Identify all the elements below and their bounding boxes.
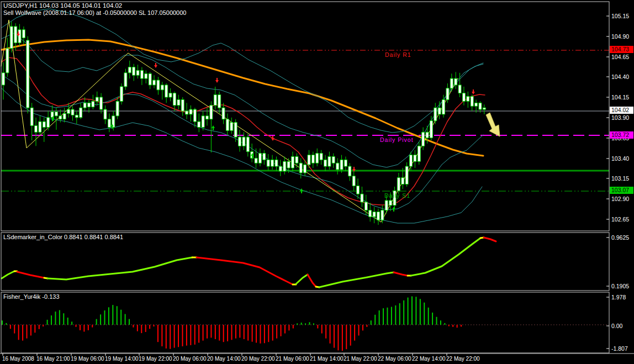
candle-body [202,116,204,128]
sell-arrow-icon [154,65,157,68]
candle-body [336,163,339,170]
candle-body [385,201,388,210]
sell-arrow-icon [215,80,219,83]
candle-body [35,126,38,133]
candle-body [324,160,327,166]
candle-body [242,137,245,146]
candle-body [96,97,98,101]
candle-body [2,73,5,85]
time-axis-label: 22 May 22:00 [446,356,480,362]
candle-body [165,85,168,97]
price-tag: 103.72 [610,131,633,139]
candle-body [124,73,127,87]
fisher-scale-label: 0.00 [611,323,622,329]
candle-body [450,78,453,88]
candle-body [246,137,249,151]
candle-body [410,155,413,167]
signal-comment: Sell Wolfwave (2008.01.17 06:00) at -0.0… [3,9,186,16]
candle-body [80,108,82,118]
lsdemarker-line-segment [197,257,293,284]
price-tag: 103.07 [610,187,633,194]
candle-body [369,210,372,217]
candle-body [258,154,261,163]
candle-body [153,80,156,85]
price-axis-label: 104.40 [611,73,629,80]
candle-body [83,103,86,108]
lsdemarker-scale-label: 0.9625 [611,234,629,241]
chart-canvas[interactable] [0,0,634,364]
candle-body [206,116,209,119]
time-axis-label: 21 May 22:00 [344,356,377,362]
price-axis-label: 104.65 [611,54,629,60]
candle-body [71,109,74,115]
candle-body [177,99,180,105]
candle-body [397,178,400,191]
candle-body [210,105,213,119]
time-axis-label: 19 May 14:00 [105,356,139,362]
time-axis-label: 16 May 21:00 [36,356,70,362]
time-axis-label: 16 May 2008 [2,356,34,362]
candle-body [27,40,29,108]
candle-body [234,123,237,137]
lsdemarker-line-segment [308,275,316,287]
level-label-daily-s1: Daily S1 [384,192,410,199]
price-axis-label: 102.65 [611,216,629,223]
lsdemarker-line-segment [394,272,408,276]
fisher-indicator-title: Fisher_Yur4ik -0.133 [3,293,60,300]
candle-body [401,178,404,184]
candle-body [75,115,78,117]
candle-body [173,93,176,105]
candle-body [311,155,314,163]
candle-body [389,201,392,205]
chart-symbol-title: USDJPY,H1 104.03 104.05 104.01 104.02 [3,2,122,9]
candle-body [442,99,445,114]
lsdemarker-scale-label: 0.1905 [611,283,629,289]
candle-body [320,154,323,160]
mt4-chart-window: USDJPY,H1 104.03 104.05 104.01 104.02 Se… [0,0,634,364]
candle-body [446,88,449,100]
sell-arrow-icon [271,138,274,141]
candle-body [467,97,469,102]
candle-body [352,176,355,186]
candle-body [377,212,379,220]
candle-body [291,156,294,168]
candle-body [405,166,408,184]
candle-body [193,109,196,122]
candle-body [479,103,482,109]
price-axis-label: 103.90 [611,114,629,121]
candle-body [128,67,131,73]
price-axis-label: 103.40 [611,155,629,162]
candle-body [116,101,119,115]
lsdemarker-line-segment [411,238,480,276]
candle-body [283,161,286,171]
time-axis-label: 19 May 22:00 [139,356,172,362]
time-axis-label: 19 May 06:00 [71,356,104,362]
lsdemarker-panel-frame [1,233,609,291]
candle-body [39,122,41,132]
candle-body [169,93,172,97]
time-axis-label: 22 May 14:00 [412,356,446,362]
candle-body [157,80,160,90]
lsdemarker-line-segment [17,272,44,278]
candle-body [108,119,110,128]
candle-body [267,160,270,166]
fisher-scale-label: -1.807 [611,345,628,352]
time-axis-label: 22 May 06:00 [378,356,411,362]
candle-body [434,108,437,121]
candle-body [344,160,347,166]
candle-body [279,166,282,171]
candle-body [92,101,94,107]
candle-body [426,132,429,138]
candle-body [136,70,139,75]
candle-body [239,137,241,146]
lsdemarker-line-segment [47,257,192,279]
time-axis-label: 21 May 14:00 [310,356,344,362]
fisher-scale-label: 1.978 [611,294,626,300]
price-axis-label: 103.15 [611,175,629,182]
time-axis-label: 20 May 22:00 [241,356,275,362]
candle-body [430,121,432,138]
candle-body [271,160,274,166]
candle-body [47,118,50,128]
candle-body [381,210,384,220]
price-tag: 104.73 [610,46,633,53]
